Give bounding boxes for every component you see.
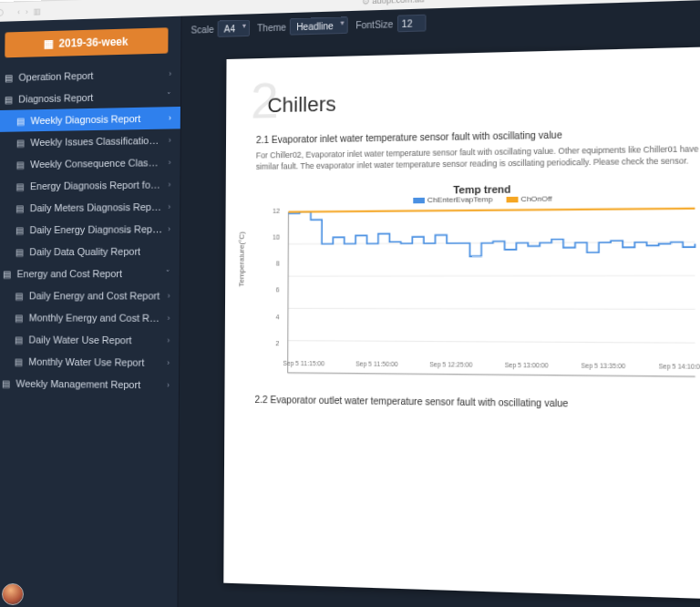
tree-item[interactable]: Daily Water Use Report› <box>0 328 179 351</box>
fontsize-control[interactable]: FontSize <box>355 15 426 34</box>
theme-select[interactable]: Headline <box>290 16 348 35</box>
tree-item[interactable]: Weekly Issues Classification …› <box>0 129 180 154</box>
tree-item[interactable]: Daily Data Quality Report <box>0 240 180 262</box>
calendar-icon: ▦ <box>44 37 54 50</box>
document-icon <box>14 225 25 235</box>
tree-item[interactable]: Daily Energy and Cost Report› <box>0 284 180 306</box>
chevron-right-icon: › <box>169 158 171 167</box>
document-icon <box>14 247 25 257</box>
tree-folder[interactable]: Energy and Cost Report˅ <box>0 262 180 285</box>
traffic-lights <box>0 8 4 16</box>
theme-label: Theme <box>257 22 286 33</box>
forward-icon[interactable]: › <box>26 6 28 15</box>
tree-item[interactable]: Daily Meters Diagnosis Report› <box>0 195 180 219</box>
tree-item-label: Diagnosis Report <box>18 90 161 104</box>
tree-item[interactable]: Weekly Management Report› <box>0 372 179 396</box>
scale-select[interactable]: A4 <box>218 20 250 37</box>
tree-item-label: Daily Energy and Cost Report <box>29 290 162 301</box>
subheading-2-2: 2.2 Evaporator outlet water temperature … <box>254 394 700 410</box>
body-paragraph: For Chiller02, Evaporator inlet water te… <box>256 144 700 173</box>
chart-plot-area: Temperature(°C) Status 12108642 10.80.60… <box>255 203 700 361</box>
tree-item-label: Operation Report <box>18 68 163 83</box>
tree-item-label: Energy and Cost Report <box>17 268 160 279</box>
tree-item-label: Energy Diagnosis Report for … <box>30 179 163 191</box>
chevron-right-icon: › <box>169 69 171 78</box>
subheading-2-1: 2.1 Evaporator inlet water temperature s… <box>256 127 700 145</box>
svg-line-4 <box>288 340 695 343</box>
sidebar: ▦ 2019-36-week Operation Report›Diagnosi… <box>0 16 182 607</box>
tree-item-label: Daily Data Quality Report <box>29 245 165 257</box>
scale-control[interactable]: Scale A4 <box>190 20 250 38</box>
document-icon <box>13 313 24 323</box>
tree-item-label: Weekly Diagnosis Report <box>31 112 163 126</box>
y-axis-label: Temperature(°C) <box>238 231 246 287</box>
svg-line-8 <box>289 208 695 211</box>
tree-item[interactable]: Weekly Consequence Classifi…› <box>0 151 180 176</box>
section-title: Chillers <box>256 74 700 118</box>
document-icon <box>15 181 26 191</box>
document-icon <box>15 159 26 170</box>
week-picker-button[interactable]: ▦ 2019-36-week <box>5 27 168 57</box>
document-icon <box>14 203 25 213</box>
chevron-right-icon: › <box>169 136 171 145</box>
document-icon <box>13 291 24 301</box>
lock-icon: ⊙ <box>362 0 369 5</box>
tree-item-label: Monthly Water Use Report <box>28 356 161 368</box>
chevron-right-icon: › <box>167 358 170 367</box>
document-icon <box>13 334 24 345</box>
tree-item[interactable]: Weekly Diagnosis Report› <box>0 107 180 132</box>
fontsize-input[interactable] <box>397 15 427 33</box>
chevron-right-icon: › <box>168 291 170 300</box>
tree-item-label: Weekly Issues Classification … <box>30 135 162 149</box>
document-icon <box>13 356 24 366</box>
document-icon <box>15 116 26 126</box>
chevron-right-icon: › <box>168 224 170 233</box>
sidebar-icon[interactable]: ▥ <box>33 6 41 15</box>
document-icon <box>0 378 11 388</box>
tree-item-label: Daily Water Use Report <box>28 334 161 345</box>
chevron-right-icon: › <box>167 335 170 345</box>
tree-item-label: Weekly Management Report <box>15 378 161 391</box>
chevron-right-icon: › <box>167 380 170 389</box>
back-icon[interactable]: ‹ <box>17 7 20 16</box>
report-page: 2 Chillers 2.1 Evaporator inlet water te… <box>224 46 700 600</box>
tree-item[interactable]: Energy Diagnosis Report for …› <box>0 173 180 198</box>
main-panel: Scale A4 Theme Headline <box>178 0 700 607</box>
svg-line-6 <box>288 211 289 373</box>
folder-icon <box>1 269 12 279</box>
scale-label: Scale <box>190 24 213 35</box>
tree-item-label: Daily Energy Diagnosis Report <box>29 223 162 235</box>
document-icon <box>15 138 26 148</box>
folder-icon <box>3 94 14 104</box>
svg-line-3 <box>288 308 695 309</box>
dock-app-icon[interactable] <box>2 583 24 605</box>
temp-trend-chart: Temp trend ChEnterEvapTemp ChOnOff Tempe… <box>255 180 700 377</box>
fontsize-label: FontSize <box>355 18 393 30</box>
chevron-right-icon: › <box>169 113 171 122</box>
tree-item-label: Monthly Energy and Cost Rep… <box>29 312 162 324</box>
chevron-right-icon: › <box>167 314 170 323</box>
svg-line-7 <box>288 373 695 376</box>
svg-line-2 <box>289 275 695 276</box>
theme-control[interactable]: Theme Headline <box>257 16 348 36</box>
report-tree: Operation Report›Diagnosis Report˅Weekly… <box>0 62 180 607</box>
legend-entry-onoff: ChOnOff <box>506 194 551 203</box>
document-viewport[interactable]: 2 Chillers 2.1 Evaporator inlet water te… <box>178 26 700 607</box>
legend-entry-temp: ChEnterEvapTemp <box>413 195 492 204</box>
folder-icon <box>3 72 14 82</box>
chevron-right-icon: › <box>168 202 170 211</box>
tree-item[interactable]: Monthly Water Use Report› <box>0 350 179 374</box>
tree-item[interactable]: Daily Energy Diagnosis Report› <box>0 218 180 242</box>
tree-item-label: Weekly Consequence Classifi… <box>30 157 163 170</box>
zoom-icon[interactable] <box>0 8 4 15</box>
chevron-down-icon: ˅ <box>166 269 170 278</box>
chevron-down-icon: ˅ <box>167 91 171 100</box>
tree-item[interactable]: Monthly Energy and Cost Rep…› <box>0 306 180 329</box>
tree-item-label: Daily Meters Diagnosis Report <box>30 201 163 213</box>
chevron-right-icon: › <box>168 180 170 189</box>
